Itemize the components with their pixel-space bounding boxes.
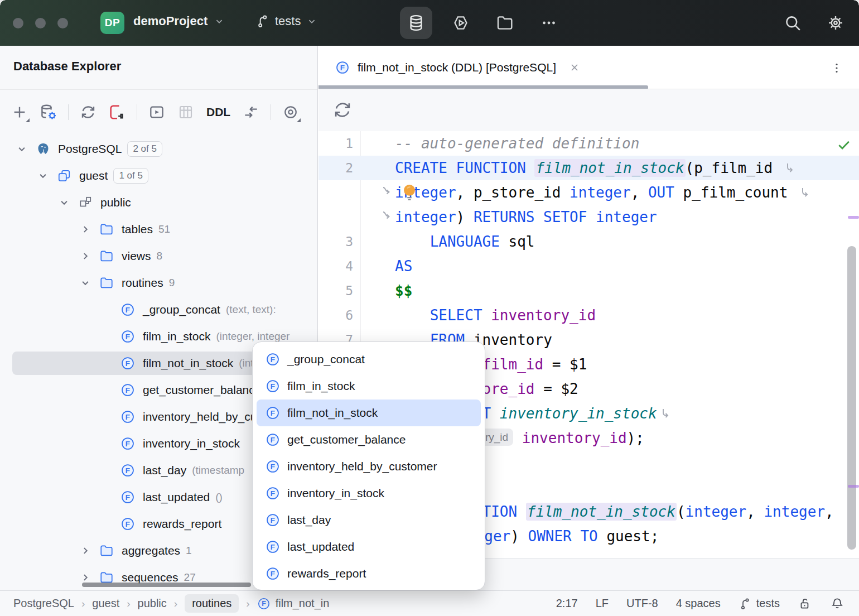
soft-wrap-icon [382,211,392,223]
breadcrumb-item-film-not-in[interactable]: Ffilm_not_in [257,597,330,610]
svg-text:F: F [271,436,275,444]
code-line[interactable]: 1-- auto-generated definition [318,131,859,156]
popup-item-get-customer-balance[interactable]: Fget_customer_balance [257,426,481,453]
svg-text:F: F [271,570,275,578]
tree-horizontal-scrollbar[interactable] [82,583,251,587]
code-line[interactable]: integer, p_store_id integer, OUT p_film_… [318,180,859,205]
tree-item-routines[interactable]: routines9 [0,270,318,296]
disconnect-button[interactable] [105,100,129,124]
tree-item-group-concat[interactable]: F_group_concat(text, text): [0,296,318,323]
tab-options-kebab-button[interactable] [827,58,847,78]
popup-item-inventory-held-by-customer[interactable]: Finventory_held_by_customer [257,453,481,480]
branch-name: tests [275,14,301,28]
tree-item-content: rewards_report [143,511,221,537]
project-files-tool-button[interactable] [489,7,521,39]
vcs-branch-selector[interactable]: tests [252,13,321,29]
chevron-down-icon[interactable] [36,169,50,183]
function-icon: F [266,379,280,393]
code-line[interactable]: 5$$ [318,278,859,303]
popup-item-label: rewards_report [287,567,366,580]
breadcrumb-item-public[interactable]: public [138,597,167,610]
svg-text:F: F [126,359,130,368]
line-separator[interactable]: LF [596,597,609,610]
line-number: 5 [318,278,353,303]
chevron-right-icon[interactable] [78,249,93,263]
panel-divider [0,89,317,90]
code-text: LANGUAGE sql [395,229,534,254]
jump-to-editor-button[interactable] [239,100,263,124]
code-line[interactable]: 4AS [318,254,859,278]
notifications-button[interactable] [830,596,844,611]
popup-item-last-updated[interactable]: Flast_updated [257,533,481,560]
popup-item-film-in-stock[interactable]: Ffilm_in_stock [257,373,481,400]
breadcrumb-item-routines[interactable]: routines [185,594,239,613]
tree-item-views[interactable]: views8 [0,243,318,270]
code-line[interactable]: 6 SELECT inventory_id [318,303,859,328]
indent-style[interactable]: 4 spaces [676,597,721,610]
chevron-down-icon[interactable] [57,195,71,210]
toolbar-separator [68,104,69,120]
new-datasource-button[interactable] [8,100,31,124]
settings-button[interactable] [819,7,852,39]
breadcrumb-item-postgresql[interactable]: PostgreSQL [13,597,74,610]
chevron-right-icon[interactable] [78,543,93,558]
more-tool-windows-button[interactable] [533,7,565,39]
minimize-window-button[interactable] [35,18,46,28]
svg-text:F: F [271,543,275,551]
tree-item-label: public [100,196,131,209]
tree-item-label: aggregates [122,544,180,557]
search-everywhere-button[interactable] [776,7,809,39]
code-token: integer [764,503,825,520]
soft-wrap-icon [785,162,794,175]
close-window-button[interactable] [13,18,23,28]
zoom-window-button[interactable] [57,18,68,28]
postgres-icon [36,142,50,156]
ellipsis-icon [539,13,558,32]
breadcrumb-label: PostgreSQL [13,597,74,610]
writable-toggle[interactable] [798,596,812,611]
code-token: inventory_id [491,307,596,324]
refresh-ddl-button[interactable] [332,98,355,122]
table-view-button[interactable] [174,100,197,124]
chevron-down-icon[interactable] [15,142,29,156]
view-options-button[interactable] [279,100,302,124]
breadcrumb-item-guest[interactable]: guest [92,597,119,610]
project-selector[interactable]: demoProject [130,13,229,29]
statusbar-vcs-branch[interactable]: tests [739,597,780,610]
intention-lightbulb-icon[interactable] [400,182,419,203]
function-icon: F [266,513,280,527]
tree-item-postgresql[interactable]: PostgreSQL2 of 5 [0,136,318,162]
line-number: 3 [318,229,353,254]
caret-position[interactable]: 2:17 [556,597,578,610]
code-line[interactable]: 2CREATE FUNCTION film_not_in_stock(p_fil… [318,156,859,180]
code-token: ) [510,528,528,545]
popup-item-label: film_in_stock [287,379,355,393]
popup-item-label: inventory_held_by_customer [287,460,437,473]
close-tab-button[interactable] [567,60,582,75]
file-encoding[interactable]: UTF-8 [626,597,658,610]
tree-item-label: PostgreSQL [58,142,122,156]
popup-item-rewards-report[interactable]: Frewards_report [257,560,481,587]
database-tool-button[interactable] [400,7,432,39]
chevron-down-icon[interactable] [78,276,93,290]
popup-item-film-not-in-stock[interactable]: Ffilm_not_in_stock [257,400,481,426]
code-token: guest; [598,528,659,545]
tree-item-public[interactable]: public [0,189,318,216]
tree-item-count: 8 [157,250,163,262]
tree-item-guest[interactable]: guest1 of 5 [0,162,318,189]
code-line[interactable]: integer) RETURNS SETOF integer [318,205,859,229]
popup-item-group-concat[interactable]: F_group_concat [257,346,481,373]
open-console-button[interactable] [145,100,168,124]
code-line[interactable]: 3 LANGUAGE sql [318,229,859,254]
popup-item-inventory-in-stock[interactable]: Finventory_in_stock [257,480,481,507]
refresh-button[interactable] [76,100,100,124]
services-tool-button[interactable] [445,7,477,39]
popup-item-last-day[interactable]: Flast_day [257,507,481,533]
datasource-properties-button[interactable] [37,100,60,124]
tree-item-tables[interactable]: tables51 [0,216,318,243]
chevron-right-icon[interactable] [78,222,93,237]
tree-item-label: _group_concat [143,303,220,316]
editor-tab[interactable]: F film_not_in_stock (DDL) [PostgreSQL] [318,46,582,89]
ddl-button[interactable]: DDL [203,100,234,124]
tree-item-content: guest1 of 5 [79,162,148,189]
